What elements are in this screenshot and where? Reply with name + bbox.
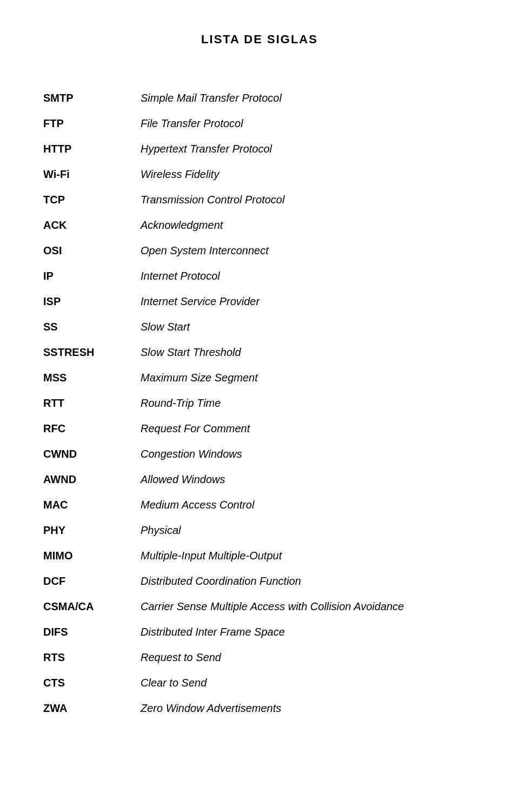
acronym-cell: CTS <box>43 671 141 695</box>
table-row: IPInternet Protocol <box>43 265 476 288</box>
definition-cell: Physical <box>141 519 476 542</box>
table-row: ISPInternet Service Provider <box>43 290 476 313</box>
table-row: RTTRound-Trip Time <box>43 392 476 415</box>
acronym-cell: RTT <box>43 392 141 415</box>
table-row: DIFSDistributed Inter Frame Space <box>43 620 476 644</box>
definition-cell: Transmission Control Protocol <box>141 188 476 212</box>
table-row: ACKAcknowledgment <box>43 214 476 237</box>
acronym-cell: AWND <box>43 468 141 491</box>
table-row: MIMOMultiple-Input Multiple-Output <box>43 544 476 567</box>
definition-cell: Open System Interconnect <box>141 239 476 262</box>
table-row: RFCRequest For Comment <box>43 417 476 440</box>
definition-cell: Wireless Fidelity <box>141 163 476 186</box>
acronym-cell: ZWA <box>43 697 141 720</box>
acronym-cell: SS <box>43 315 141 339</box>
acronym-cell: OSI <box>43 239 141 262</box>
table-row: CWNDCongestion Windows <box>43 443 476 466</box>
acronym-list: SMTPSimple Mail Transfer ProtocolFTPFile… <box>43 84 476 722</box>
acronym-cell: CSMA/CA <box>43 595 141 618</box>
definition-cell: Distributed Inter Frame Space <box>141 620 476 644</box>
acronym-cell: ISP <box>43 290 141 313</box>
acronym-cell: MIMO <box>43 544 141 567</box>
table-row: AWNDAllowed Windows <box>43 468 476 491</box>
table-row: DCFDistributed Coordination Function <box>43 570 476 593</box>
definition-cell: Round-Trip Time <box>141 392 476 415</box>
definition-cell: Medium Access Control <box>141 493 476 517</box>
acronym-cell: RTS <box>43 646 141 669</box>
table-row: MSSMaximum Size Segment <box>43 366 476 390</box>
table-row: MACMedium Access Control <box>43 493 476 517</box>
acronym-cell: RFC <box>43 417 141 440</box>
definition-cell: Distributed Coordination Function <box>141 570 476 593</box>
acronym-cell: HTTP <box>43 137 141 161</box>
definition-cell: Slow Start <box>141 315 476 339</box>
definition-cell: Simple Mail Transfer Protocol <box>141 87 476 110</box>
definition-cell: Maximum Size Segment <box>141 366 476 390</box>
acronym-cell: ACK <box>43 214 141 237</box>
acronym-cell: TCP <box>43 188 141 212</box>
definition-cell: Allowed Windows <box>141 468 476 491</box>
definition-cell: Zero Window Advertisements <box>141 697 476 720</box>
definition-cell: Hypertext Transfer Protocol <box>141 137 476 161</box>
definition-cell: Internet Service Provider <box>141 290 476 313</box>
definition-cell: Congestion Windows <box>141 443 476 466</box>
table-row: OSIOpen System Interconnect <box>43 239 476 262</box>
definition-cell: File Transfer Protocol <box>141 112 476 135</box>
definition-cell: Clear to Send <box>141 671 476 695</box>
definition-cell: Internet Protocol <box>141 265 476 288</box>
table-row: Wi-FiWireless Fidelity <box>43 163 476 186</box>
table-row: TCPTransmission Control Protocol <box>43 188 476 212</box>
acronym-cell: IP <box>43 265 141 288</box>
table-row: SMTPSimple Mail Transfer Protocol <box>43 87 476 110</box>
acronym-cell: CWND <box>43 443 141 466</box>
page-title: LISTA DE SIGLAS <box>43 32 476 47</box>
acronym-cell: FTP <box>43 112 141 135</box>
acronym-cell: SSTRESH <box>43 341 141 364</box>
table-row: SSTRESHSlow Start Threshold <box>43 341 476 364</box>
definition-cell: Multiple-Input Multiple-Output <box>141 544 476 567</box>
acronym-cell: PHY <box>43 519 141 542</box>
table-row: HTTPHypertext Transfer Protocol <box>43 137 476 161</box>
table-row: SSSlow Start <box>43 315 476 339</box>
table-row: FTPFile Transfer Protocol <box>43 112 476 135</box>
table-row: CTSClear to Send <box>43 671 476 695</box>
acronym-cell: SMTP <box>43 87 141 110</box>
definition-cell: Slow Start Threshold <box>141 341 476 364</box>
definition-cell: Request For Comment <box>141 417 476 440</box>
acronym-cell: MSS <box>43 366 141 390</box>
table-row: ZWAZero Window Advertisements <box>43 697 476 720</box>
definition-cell: Carrier Sense Multiple Access with Colli… <box>141 595 476 618</box>
acronym-cell: Wi-Fi <box>43 163 141 186</box>
table-row: PHYPhysical <box>43 519 476 542</box>
definition-cell: Request to Send <box>141 646 476 669</box>
acronym-cell: DIFS <box>43 620 141 644</box>
acronym-cell: MAC <box>43 493 141 517</box>
table-row: CSMA/CACarrier Sense Multiple Access wit… <box>43 595 476 618</box>
acronym-cell: DCF <box>43 570 141 593</box>
table-row: RTSRequest to Send <box>43 646 476 669</box>
definition-cell: Acknowledgment <box>141 214 476 237</box>
